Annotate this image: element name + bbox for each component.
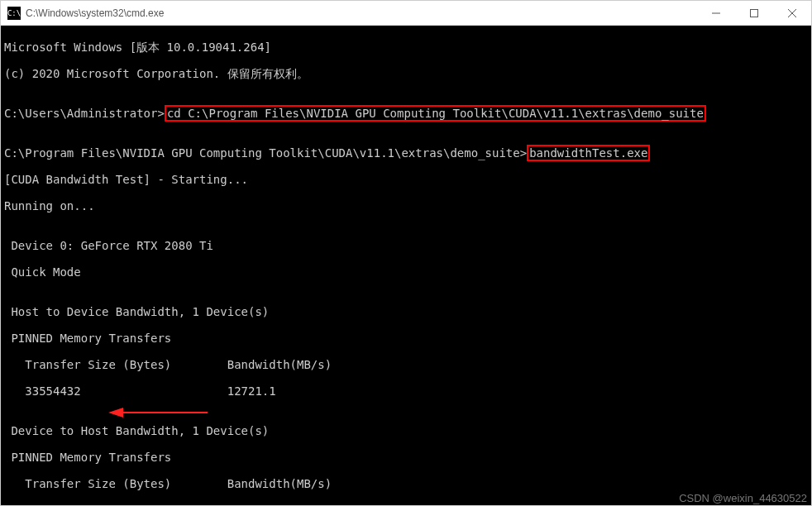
output-line: Transfer Size (Bytes) Bandwidth(MB/s) bbox=[4, 358, 808, 371]
prompt-path: C:\Users\Administrator> bbox=[4, 107, 165, 120]
output-line: (c) 2020 Microsoft Corporation. 保留所有权利。 bbox=[4, 67, 808, 80]
titlebar[interactable]: C:\ C:\Windows\system32\cmd.exe bbox=[1, 1, 811, 26]
output-line: Host to Device Bandwidth, 1 Device(s) bbox=[4, 305, 808, 318]
minimize-button[interactable] bbox=[697, 1, 735, 26]
output-line: Quick Mode bbox=[4, 265, 808, 279]
close-button[interactable] bbox=[773, 1, 811, 26]
output-line: 33554432 12721.1 bbox=[4, 384, 808, 398]
svg-rect-1 bbox=[751, 9, 758, 17]
output-line: Transfer Size (Bytes) Bandwidth(MB/s) bbox=[4, 477, 808, 490]
prompt-line: C:\Users\Administrator>cd C:\Program Fil… bbox=[4, 107, 808, 120]
output-line: [CUDA Bandwidth Test] - Starting... bbox=[4, 173, 808, 186]
output-line: Running on... bbox=[4, 199, 808, 212]
prompt-path: C:\Program Files\NVIDIA GPU Computing To… bbox=[4, 146, 527, 160]
maximize-button[interactable] bbox=[735, 1, 773, 26]
output-line: PINNED Memory Transfers bbox=[4, 451, 808, 464]
window-controls bbox=[697, 1, 811, 26]
cmd-icon: C:\ bbox=[7, 7, 21, 20]
annotation-arrow-icon bbox=[108, 404, 208, 421]
prompt-line: C:\Program Files\NVIDIA GPU Computing To… bbox=[4, 146, 808, 160]
output-line: Device 0: GeForce RTX 2080 Ti bbox=[4, 239, 808, 252]
output-line: PINNED Memory Transfers bbox=[4, 332, 808, 345]
output-line: Microsoft Windows [版本 10.0.19041.264] bbox=[4, 41, 808, 54]
window-title: C:\Windows\system32\cmd.exe bbox=[26, 7, 697, 19]
output-line: 33554432 12800.0 bbox=[4, 504, 808, 505]
highlighted-command: bandwidthTest.exe bbox=[527, 145, 650, 161]
svg-marker-5 bbox=[108, 408, 123, 418]
terminal-output[interactable]: Microsoft Windows [版本 10.0.19041.264] (c… bbox=[1, 26, 811, 505]
cmd-window: C:\ C:\Windows\system32\cmd.exe Microsof… bbox=[0, 0, 812, 506]
output-line: Device to Host Bandwidth, 1 Device(s) bbox=[4, 424, 808, 437]
highlighted-command: cd C:\Program Files\NVIDIA GPU Computing… bbox=[165, 105, 706, 122]
